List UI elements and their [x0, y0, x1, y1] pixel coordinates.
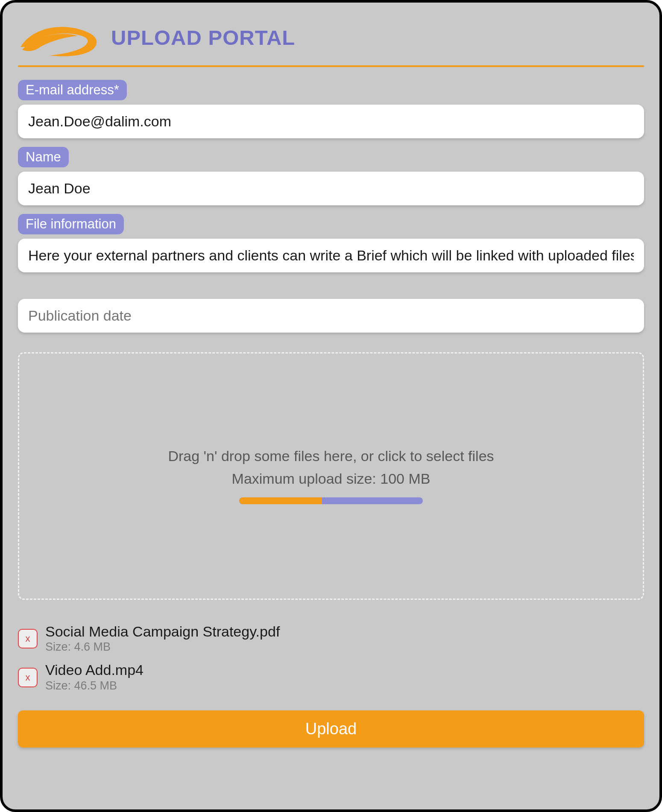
- email-label: E-mail address*: [18, 80, 127, 100]
- upload-progress-bar: [239, 497, 423, 504]
- header-divider: [18, 65, 644, 67]
- file-dropzone[interactable]: Drag 'n' drop some files here, or click …: [18, 352, 644, 600]
- publication-date-field[interactable]: [18, 299, 644, 333]
- spacer: [18, 281, 644, 299]
- header: UPLOAD PORTAL: [18, 15, 644, 65]
- file-row: x Video Add.mp4 Size: 46.5 MB: [18, 662, 644, 692]
- remove-file-button[interactable]: x: [18, 629, 38, 648]
- upload-form: E-mail address* Name File information Dr…: [18, 80, 644, 748]
- file-info-field[interactable]: [18, 239, 644, 272]
- upload-progress-fill: [239, 497, 322, 504]
- file-name: Video Add.mp4: [45, 662, 144, 678]
- file-info-label: File information: [18, 214, 124, 234]
- dropzone-max-size: Maximum upload size: 100 MB: [232, 470, 431, 487]
- file-meta: Video Add.mp4 Size: 46.5 MB: [45, 662, 144, 692]
- file-meta: Social Media Campaign Strategy.pdf Size:…: [45, 624, 280, 654]
- page-title: UPLOAD PORTAL: [111, 26, 295, 50]
- file-size: Size: 4.6 MB: [45, 640, 280, 654]
- upload-button[interactable]: Upload: [18, 710, 644, 748]
- brand-logo-icon: [18, 17, 99, 58]
- upload-portal-window: UPLOAD PORTAL E-mail address* Name File …: [0, 0, 662, 812]
- name-field[interactable]: [18, 172, 644, 205]
- uploaded-files-list: x Social Media Campaign Strategy.pdf Siz…: [18, 624, 644, 692]
- file-name: Social Media Campaign Strategy.pdf: [45, 624, 280, 640]
- remove-file-button[interactable]: x: [18, 668, 38, 687]
- dropzone-instruction: Drag 'n' drop some files here, or click …: [168, 448, 494, 464]
- file-size: Size: 46.5 MB: [45, 679, 144, 692]
- file-row: x Social Media Campaign Strategy.pdf Siz…: [18, 624, 644, 654]
- email-field[interactable]: [18, 105, 644, 138]
- name-label: Name: [18, 147, 69, 167]
